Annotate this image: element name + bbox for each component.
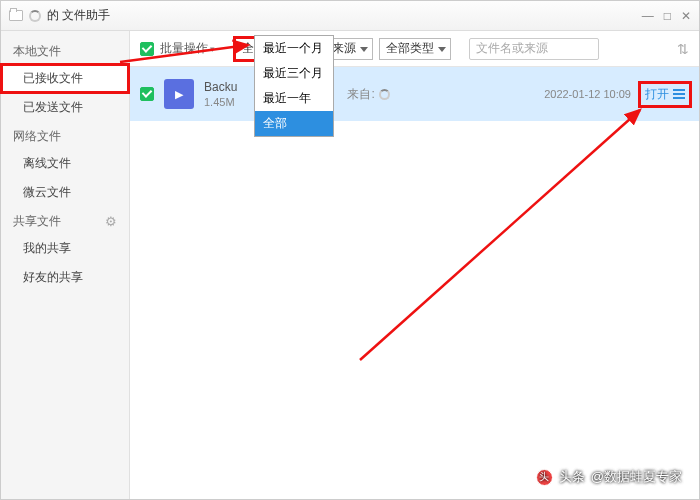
main-panel: 批量操作▾ 全部 全部来源 全部类型 文件名或来源 ⇅ 最近一个月 最近三个月 … [130, 31, 699, 499]
sort-icon[interactable]: ⇅ [677, 41, 689, 57]
file-from: 来自: [347, 86, 389, 103]
window-title: 的 文件助手 [47, 7, 110, 24]
watermark-author: @数据蛙夏专家 [591, 468, 682, 486]
sidebar-group-local: 本地文件 [1, 37, 129, 64]
window-controls: — □ ✕ [642, 9, 691, 23]
menu-item-3month[interactable]: 最近三个月 [255, 61, 333, 86]
maximize-button[interactable]: □ [664, 9, 671, 23]
sidebar-item-offline[interactable]: 离线文件 [1, 149, 129, 178]
spinner-icon [29, 10, 41, 22]
select-all-checkbox[interactable] [140, 42, 154, 56]
type-filter-dropdown[interactable]: 全部类型 [379, 38, 451, 60]
sidebar: 本地文件 已接收文件 已发送文件 网络文件 离线文件 微云文件 共享文件 ⚙ 我… [1, 31, 130, 499]
batch-action-link[interactable]: 批量操作▾ [160, 40, 215, 57]
triangle-down-icon [360, 47, 368, 52]
sidebar-item-weiyun[interactable]: 微云文件 [1, 178, 129, 207]
hamburger-icon [673, 89, 685, 99]
watermark-badge-icon: 头 [536, 469, 553, 486]
sidebar-item-received[interactable]: 已接收文件 [1, 64, 129, 93]
file-date: 2022-01-12 10:09 [544, 88, 631, 100]
file-row[interactable]: ▶ Backu t 1.45M 来自: 2022-01-12 10:09 打开 [130, 67, 699, 121]
titlebar: 的 文件助手 — □ ✕ [1, 1, 699, 31]
menu-item-all[interactable]: 全部 [255, 111, 333, 136]
sidebar-group-network: 网络文件 [1, 122, 129, 149]
time-filter-menu: 最近一个月 最近三个月 最近一年 全部 [254, 35, 334, 137]
watermark: 头 头条 @数据蛙夏专家 [536, 468, 682, 486]
row-checkbox[interactable] [140, 87, 154, 101]
file-type-icon: ▶ [164, 79, 194, 109]
search-input[interactable]: 文件名或来源 [469, 38, 599, 60]
sidebar-item-sent[interactable]: 已发送文件 [1, 93, 129, 122]
sidebar-item-friendshare[interactable]: 好友的共享 [1, 263, 129, 292]
triangle-down-icon [438, 47, 446, 52]
sidebar-group-share: 共享文件 ⚙ [1, 207, 129, 234]
folder-icon [9, 10, 23, 21]
sidebar-item-myshare[interactable]: 我的共享 [1, 234, 129, 263]
menu-item-year[interactable]: 最近一年 [255, 86, 333, 111]
watermark-prefix: 头条 [559, 468, 585, 486]
close-button[interactable]: ✕ [681, 9, 691, 23]
menu-item-month[interactable]: 最近一个月 [255, 36, 333, 61]
spinner-icon [379, 89, 390, 100]
open-button[interactable]: 打开 [641, 84, 689, 105]
minimize-button[interactable]: — [642, 9, 654, 23]
caret-down-icon: ▾ [210, 44, 215, 54]
toolbar: 批量操作▾ 全部 全部来源 全部类型 文件名或来源 ⇅ [130, 31, 699, 67]
gear-icon[interactable]: ⚙ [105, 214, 117, 229]
